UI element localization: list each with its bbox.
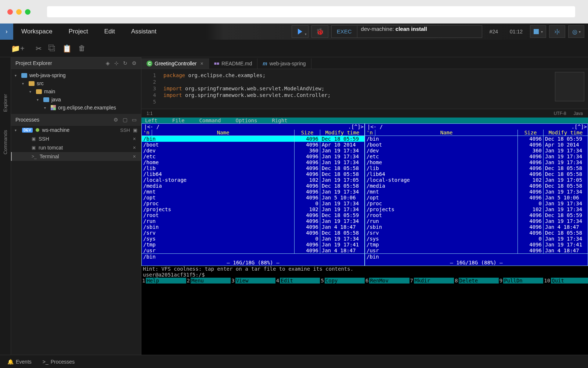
tree-package[interactable]: ▾org.eclipse.che.examples [11,104,141,112]
mc-fkey-quit[interactable]: 10Quit [543,278,588,284]
mc-fkey-view[interactable]: 3View [231,278,275,284]
mc-file-row[interactable]: /lib644096Dec 18 05:58 [365,171,588,177]
mc-file-row[interactable]: /usr4096Jan 4 18:47 [142,248,364,253]
mc-file-row[interactable]: /run4096Jan 19 17:34 [365,218,588,224]
minimize-icon[interactable]: ▭ [132,117,137,123]
mc-file-row[interactable]: /opt4096Jan 5 10:06 [365,195,588,201]
tree-root[interactable]: ▾web-java-spring [11,71,141,79]
machine-select[interactable]: ▾ [530,25,546,38]
mc-file-row[interactable]: /local-storage102Jan 19 17:05 [365,177,588,183]
mc-file-row[interactable]: /root4096Dec 18 05:59 [142,212,364,218]
mc-file-row[interactable]: /media4096Dec 18 05:58 [142,183,364,189]
copy-icon[interactable]: ⿻ [48,44,56,53]
process-ssh[interactable]: ▣SSH× [11,134,141,143]
mc-file-row[interactable]: /srv4096Dec 18 05:58 [365,230,588,236]
close-icon[interactable]: × [131,136,137,142]
tab-readme[interactable]: ■■README.md [209,58,258,69]
mc-fkey-mkdir[interactable]: 7Mkdir [410,278,454,284]
tree-src[interactable]: ▾src [11,79,141,87]
mc-file-row[interactable]: /home4096Jan 19 17:34 [365,159,588,165]
mc-fkey-help[interactable]: 1Help [141,278,186,284]
mc-file-row[interactable]: /home4096Jan 19 17:34 [142,159,364,165]
mc-file-row[interactable]: /boot4096Apr 10 2014 [142,142,364,148]
url-bar[interactable] [47,6,575,17]
process-tomcat[interactable]: ▣run tomcat× [11,143,141,152]
close-icon[interactable]: × [200,61,203,66]
locate-icon[interactable]: ◈ [106,60,110,66]
mc-prompt[interactable]: user@a2051acf31f5:/$ [141,272,588,278]
mc-file-row[interactable]: /usr4096Jan 4 18:47 [365,248,588,253]
rail-commands[interactable]: Commands [3,130,8,154]
close-icon[interactable]: × [131,154,137,159]
mc-file-row[interactable]: /sys0Jan 19 17:34 [365,236,588,242]
mc-file-row[interactable]: /lib4096Dec 18 05:58 [365,165,588,171]
mc-file-row[interactable]: /opt4096Jan 5 10:06 [142,195,364,201]
minimap[interactable] [555,72,584,101]
command-input[interactable]: dev-machine: clean install [357,25,482,38]
mc-menu-file[interactable]: File [172,118,185,123]
mc-file-row[interactable]: /srv4096Dec 18 05:58 [142,230,364,236]
paste-icon[interactable]: 📋 [62,44,72,53]
close-icon[interactable]: × [131,145,137,151]
mc-fkey-copy[interactable]: 5Copy [320,278,365,284]
mc-menu-options[interactable]: Options [235,118,257,123]
encoding[interactable]: UTF-8 [554,111,566,116]
tab-project[interactable]: mweb-java-spring [257,58,311,69]
mc-menu-left[interactable]: Left [145,118,158,123]
close-window-button[interactable] [7,9,13,15]
events-tab[interactable]: 🔔Events [7,359,32,365]
collapse-icon[interactable]: ⊹ [114,60,119,66]
target-button[interactable]: ◎▾ [568,25,584,38]
debug-button[interactable]: 🐞 [311,25,328,38]
mc-fkey-renmov[interactable]: 6RenMov [365,278,410,284]
cut-icon[interactable]: ✂ [36,44,42,53]
mc-fkey-delete[interactable]: 8Delete [454,278,499,284]
mc-file-row[interactable]: /root4096Dec 18 05:59 [365,212,588,218]
menu-edit[interactable]: Edit [96,24,123,40]
process-terminal[interactable]: >_Terminal× [11,152,141,161]
mc-file-row[interactable]: /dev360Jan 19 17:34 [365,148,588,154]
tree-main[interactable]: ▾main [11,87,141,95]
gear-icon[interactable]: ⚙ [132,60,137,66]
mc-file-row[interactable]: /boot4096Apr 10 2014 [365,142,588,148]
mc-file-row[interactable]: /lib644096Dec 18 05:58 [142,171,364,177]
mc-file-row[interactable]: /projects102Jan 19 17:34 [365,206,588,212]
mc-file-row[interactable]: /tmp4096Jan 19 17:41 [142,242,364,248]
mc-file-row[interactable]: /local-storage102Jan 19 17:05 [142,177,364,183]
mc-file-row[interactable]: /bin4096Dec 18 05:59 [365,136,588,142]
tab-greeting-controller[interactable]: CGreetingController× [141,58,209,69]
mc-fkey-edit[interactable]: 4Edit [275,278,320,284]
mc-fkey-menu[interactable]: 2Menu [186,278,231,284]
expand-menu-button[interactable]: › [0,24,13,40]
mc-menu-command[interactable]: Command [199,118,221,123]
menu-assistant[interactable]: Assistant [123,24,165,40]
code-editor[interactable]: 12345 package package org.eclipse.che.ex… [141,69,588,109]
mc-left-panel[interactable]: |<- /.[^]>'nNameSizeModify time/bin4096D… [141,123,365,266]
mc-file-row[interactable]: /sbin4096Jan 4 18:47 [142,224,364,230]
mc-fkey-pulldn[interactable]: 9PullDn [499,278,544,284]
maximize-window-button[interactable] [25,9,30,15]
tree-java[interactable]: ▾java [11,95,141,104]
mc-file-row[interactable]: /dev360Jan 19 17:34 [142,148,364,154]
new-terminal-icon[interactable]: ▣ [133,127,137,133]
processes-tab[interactable]: >_Processes [43,359,75,365]
mc-file-row[interactable]: /etc4096Jan 19 17:34 [142,154,364,159]
mc-right-panel[interactable]: |<- /.[^]>'nNameSizeModify time/bin4096D… [365,123,588,266]
minimize-window-button[interactable] [16,9,22,15]
new-file-icon[interactable]: 📁+ [11,44,25,53]
mc-file-row[interactable]: /lib4096Dec 18 05:58 [142,165,364,171]
mc-file-row[interactable]: /mnt4096Jan 19 17:34 [365,189,588,195]
delete-icon[interactable]: 🗑 [78,44,86,53]
mc-file-row[interactable]: /sbin4096Jan 4 18:47 [365,224,588,230]
ssh-label[interactable]: SSH [120,127,130,133]
mc-file-row[interactable]: /proc0Jan 19 17:34 [142,201,364,206]
mc-file-row[interactable]: /tmp4096Jan 19 17:41 [365,242,588,248]
language-mode[interactable]: Java [574,111,583,116]
rail-explorer[interactable]: Explorer [3,94,8,112]
mc-file-row[interactable]: /bin4096Dec 18 05:59 [142,136,364,142]
mc-menu-right[interactable]: Right [272,118,287,123]
mc-file-row[interactable]: /run4096Jan 19 17:34 [142,218,364,224]
mc-file-row[interactable]: /mnt4096Jan 19 17:34 [142,189,364,195]
mc-file-row[interactable]: /proc0Jan 19 17:34 [365,201,588,206]
menu-workspace[interactable]: Workspace [13,24,61,40]
